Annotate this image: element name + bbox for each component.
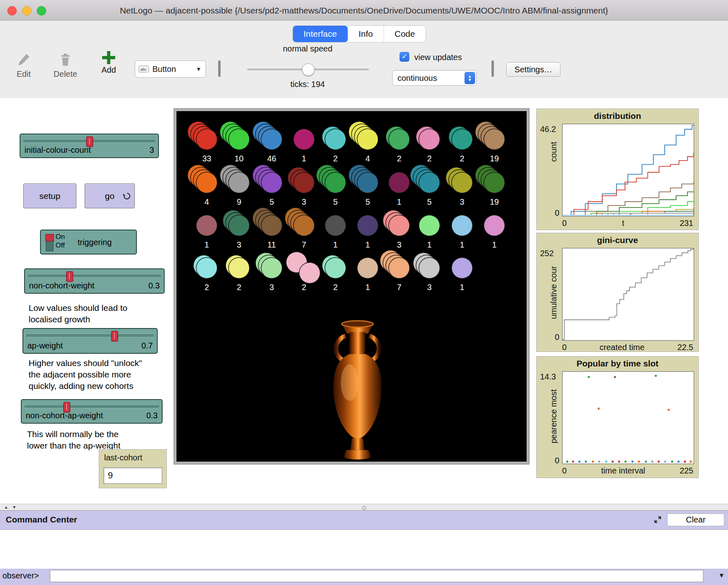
- turtle-circle: [294, 215, 314, 236]
- turtle-circle: [484, 172, 505, 193]
- edit-button[interactable]: Edit: [11, 53, 36, 79]
- slider-thumb[interactable]: [66, 271, 73, 282]
- plus-icon: [102, 51, 115, 64]
- turtle-circle: [325, 215, 346, 236]
- slider-track[interactable]: [26, 335, 154, 337]
- turtle-count-label: 11: [255, 240, 288, 250]
- world-canvas[interactable]: 3310461242221949535515319131171131112232…: [174, 109, 529, 464]
- tab-info[interactable]: Info: [348, 26, 384, 42]
- y-max-tick: 46.2: [540, 125, 556, 134]
- slider-thumb[interactable]: [111, 331, 118, 342]
- widget-type-value: Button: [152, 65, 176, 74]
- window-titlebar[interactable]: NetLogo — adjacent-possible {/Users/pd2-…: [0, 0, 728, 21]
- button-widget-icon: abc: [138, 65, 149, 74]
- turtle-circle: [197, 172, 217, 193]
- turtle-circle: [261, 258, 282, 278]
- turtle-circle: [325, 258, 346, 278]
- amphora-image: [318, 317, 397, 464]
- y-axis-label: count: [549, 142, 558, 162]
- switch-off-label: Off: [56, 241, 65, 250]
- turtle-count-label: 5: [351, 197, 384, 207]
- plot-distribution: distribution 46.2 0 count 0 t 231: [536, 109, 699, 230]
- turtle-count-label: 1: [413, 240, 446, 250]
- switch-knob[interactable]: [45, 234, 54, 241]
- turtle-count-label: 19: [478, 197, 511, 207]
- turtle-count-label: 3: [446, 197, 478, 207]
- slider-initial-colour-count[interactable]: initial-colour-count 3: [20, 134, 159, 158]
- toolbar-separator: [218, 60, 221, 77]
- x-axis-label: t: [622, 219, 625, 228]
- turtle-count-label: 1: [383, 197, 415, 207]
- turtle-count-label: 1: [288, 154, 320, 163]
- go-button-label: go: [105, 191, 114, 201]
- setup-button-label: setup: [39, 191, 60, 201]
- switch-slot[interactable]: [46, 234, 54, 251]
- turtle-count-label: 9: [223, 197, 255, 207]
- turtle-circle: [419, 258, 440, 278]
- x-max-tick: 231: [680, 219, 693, 228]
- splitter-handle[interactable]: [362, 506, 366, 510]
- turtle-circle: [197, 215, 217, 236]
- turtle-count-label: 4: [190, 197, 223, 207]
- add-button[interactable]: Add: [96, 51, 121, 75]
- triggering-switch[interactable]: On Off triggering: [40, 230, 137, 255]
- plot-area: [562, 124, 694, 217]
- turtle-circle: [197, 258, 217, 278]
- collapse-up-icon[interactable]: ▲: [4, 505, 8, 509]
- x-min-tick: 0: [562, 219, 567, 228]
- switch-on-label: On: [56, 232, 65, 241]
- turtle-count-label: 1: [446, 283, 478, 292]
- setup-button[interactable]: setup: [23, 183, 76, 208]
- turtle-count-label: 2: [288, 283, 320, 292]
- command-center-header: Command Center Clear: [0, 511, 728, 529]
- command-input-row: observer> ▼: [0, 569, 728, 585]
- history-dropdown-icon[interactable]: ▼: [718, 572, 725, 579]
- chevron-down-icon: ▼: [192, 66, 205, 72]
- delete-label: Delete: [51, 69, 80, 79]
- turtle-count-label: 5: [413, 197, 446, 207]
- slider-track[interactable]: [28, 275, 161, 278]
- collapse-down-icon[interactable]: ▼: [12, 505, 16, 509]
- turtle-count-label: 2: [319, 154, 352, 163]
- clear-button[interactable]: Clear: [667, 514, 724, 526]
- turtle-count-label: 46: [255, 154, 288, 163]
- slider-track[interactable]: [25, 406, 159, 409]
- turtle-count-label: 2: [413, 154, 446, 163]
- delete-button[interactable]: Delete: [51, 53, 80, 79]
- tab-code[interactable]: Code: [384, 26, 426, 42]
- turtle-count-label: 1: [319, 240, 352, 250]
- speed-slider-thumb[interactable]: [302, 63, 315, 76]
- slider-non-cohort-ap-weight[interactable]: non-cohort-ap-weight 0.3: [21, 399, 163, 424]
- turtle-count-label: 2: [446, 154, 478, 163]
- command-output[interactable]: [0, 529, 728, 569]
- turtle-circle: [389, 172, 409, 193]
- command-input[interactable]: [50, 570, 703, 582]
- slider-value: 0.3: [146, 411, 158, 420]
- turtle-count-label: 1: [190, 240, 223, 250]
- forever-icon: [123, 192, 131, 200]
- update-mode-dropdown[interactable]: continuous ▲▼: [392, 70, 477, 86]
- note-non-cohort-ap-weight: This will normally be the lower than the…: [27, 429, 121, 451]
- slider-non-cohort-weight[interactable]: non-cohort-weight 0.3: [24, 268, 165, 294]
- view-updates-checkbox[interactable]: ✓: [400, 52, 409, 62]
- expand-icon[interactable]: [653, 515, 663, 526]
- go-button[interactable]: go: [85, 183, 135, 208]
- y-min-tick: 0: [555, 456, 559, 465]
- note-ap-weight: Higher values should "unlock" the adjace…: [29, 357, 142, 392]
- y-axis-label: pearence most: [549, 389, 558, 443]
- tab-interface[interactable]: Interface: [293, 26, 348, 42]
- minimize-window-button[interactable]: [22, 6, 31, 16]
- close-window-button[interactable]: [7, 6, 17, 16]
- slider-label: non-cohort-ap-weight: [26, 411, 103, 420]
- slider-ap-weight[interactable]: ap-weight 0.7: [22, 328, 158, 354]
- slider-value: 0.7: [141, 341, 153, 351]
- splitter[interactable]: ▲ ▼: [0, 504, 728, 511]
- widget-type-dropdown[interactable]: abc Button ▼: [135, 60, 206, 78]
- turtle-circle: [299, 263, 320, 283]
- zoom-window-button[interactable]: [37, 6, 46, 16]
- settings-button[interactable]: Settings…: [506, 62, 561, 77]
- plot-title: gini-curve: [537, 233, 698, 245]
- turtle-circle: [357, 129, 378, 150]
- turtle-circle: [261, 172, 282, 193]
- turtle-count-label: 1: [351, 240, 384, 250]
